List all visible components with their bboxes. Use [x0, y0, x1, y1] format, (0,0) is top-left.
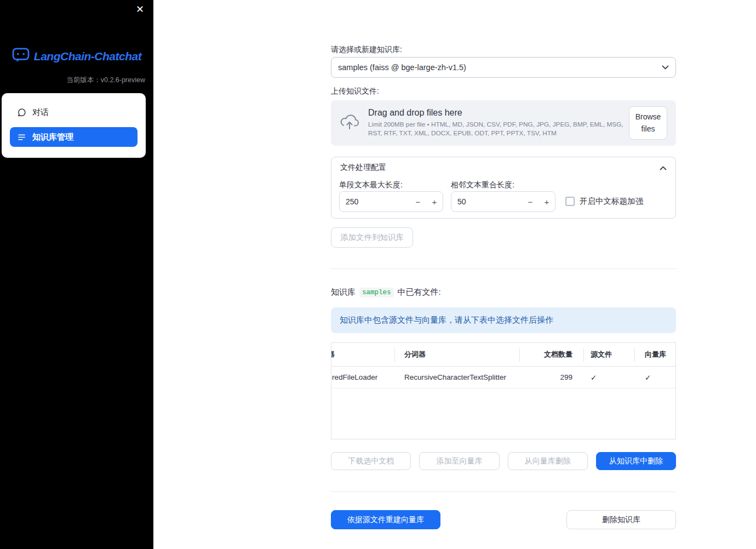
max-length-input[interactable]: 250 − + [339, 191, 443, 212]
info-banner: 知识库中包含源文件与向量库，请从下表中选择文件后操作 [331, 307, 676, 333]
minus-stepper-icon[interactable]: − [522, 197, 539, 207]
cell-source-check: ✓ [583, 367, 634, 388]
divider [331, 491, 676, 492]
overlap-value[interactable]: 50 [451, 197, 522, 206]
kb-select-value: samples (faiss @ bge-large-zh-v1.5) [338, 63, 466, 72]
existing-prefix: 知识库 [331, 287, 356, 298]
sidebar-item-label: 对话 [32, 107, 49, 118]
col-source-file: 源文件 [583, 343, 634, 366]
col-splitter: 分词器 [394, 343, 519, 366]
kb-select-label: 请选择或新建知识库: [331, 45, 402, 55]
cell-vector-check: ✓ [634, 367, 676, 388]
zh-title-enhance-checkbox[interactable] [565, 197, 575, 206]
overlap-label: 相邻文本重合长度: [451, 180, 514, 190]
chevron-down-icon [662, 65, 669, 70]
plus-stepper-icon[interactable]: + [539, 197, 555, 207]
add-files-to-kb-button[interactable]: 添加文件到知识库 [331, 227, 413, 248]
cell-splitter: RecursiveCharacterTextSplitter [394, 367, 519, 388]
zh-title-enhance-label: 开启中文标题加强 [580, 196, 643, 207]
uploader-texts: Drag and drop files here Limit 200MB per… [368, 108, 625, 138]
delete-from-kb-button[interactable]: 从知识库中删除 [596, 452, 676, 470]
cell-loader: redFileLoader [331, 367, 394, 388]
cell-doc-count: 299 [519, 367, 583, 388]
divider [331, 268, 676, 269]
file-actions: 下载选中文档 添加至向量库 从向量库删除 从知识库中删除 [331, 452, 676, 470]
plus-stepper-icon[interactable]: + [426, 197, 443, 207]
cloud-upload-icon [340, 115, 359, 132]
table-header: 器 分词器 文档数量 源文件 向量库 [331, 343, 675, 367]
remove-from-vector-store-button[interactable]: 从向量库删除 [508, 452, 588, 470]
browse-files-button[interactable]: Browse files [629, 106, 667, 140]
info-text: 知识库中包含源文件与向量库，请从下表中选择文件后操作 [340, 315, 553, 325]
files-table[interactable]: 器 分词器 文档数量 源文件 向量库 redFileLoader Recursi… [331, 342, 676, 439]
header-divider [583, 348, 584, 362]
sidebar-menu: 对话 知识库管理 [2, 93, 146, 158]
delete-kb-button[interactable]: 删除知识库 [566, 510, 676, 529]
logo-chat-icon [12, 48, 30, 65]
kb-actions: 依据源文件重建向量库 删除知识库 [331, 510, 676, 529]
file-config-expander: 文件处理配置 单段文本最大长度: 相邻文本重合长度: 250 − + 50 − … [331, 157, 676, 219]
header-divider [394, 348, 395, 362]
file-uploader-dropzone[interactable]: Drag and drop files here Limit 200MB per… [331, 100, 676, 146]
kb-name-code: samples [359, 288, 394, 298]
logo-text: LangChain-Chatchat [34, 50, 141, 63]
list-icon [17, 133, 26, 142]
chevron-up-icon [660, 163, 667, 172]
existing-files-heading: 知识库 samples 中已有文件: [331, 287, 441, 298]
uploader-subtitle: Limit 200MB per file • HTML, MD, JSON, C… [368, 121, 625, 138]
col-doc-count: 文档数量 [519, 343, 583, 366]
chat-icon [17, 108, 26, 117]
version-text: 当前版本：v0.2.6-preview [66, 76, 145, 85]
main-content: 请选择或新建知识库: samples (faiss @ bge-large-zh… [331, 0, 676, 549]
overlap-input[interactable]: 50 − + [451, 191, 555, 212]
rebuild-vector-store-button[interactable]: 依据源文件重建向量库 [331, 510, 440, 529]
expander-header[interactable]: 文件处理配置 [331, 157, 675, 178]
table-row[interactable]: redFileLoader RecursiveCharacterTextSpli… [331, 367, 675, 388]
minus-stepper-icon[interactable]: − [410, 197, 426, 207]
add-to-vector-store-button[interactable]: 添加至向量库 [419, 452, 499, 470]
header-divider [634, 348, 635, 362]
close-sidebar-icon[interactable]: ✕ [136, 4, 144, 15]
sidebar-item-dialogue[interactable]: 对话 [10, 102, 138, 122]
sidebar: ✕ LangChain-Chatchat 当前版本：v0.2.6-preview… [0, 0, 153, 549]
sidebar-item-label: 知识库管理 [32, 132, 73, 142]
sidebar-item-knowledge-base[interactable]: 知识库管理 [10, 127, 138, 147]
download-selected-button[interactable]: 下载选中文档 [331, 452, 411, 470]
col-loader: 器 [331, 343, 394, 366]
existing-suffix: 中已有文件: [398, 287, 441, 298]
zh-title-enhance-row: 开启中文标题加强 [565, 196, 643, 207]
header-divider [519, 348, 520, 362]
col-vector-store: 向量库 [634, 343, 676, 366]
uploader-title: Drag and drop files here [368, 108, 625, 118]
max-length-label: 单段文本最大长度: [339, 180, 403, 190]
kb-select[interactable]: samples (faiss @ bge-large-zh-v1.5) [331, 57, 676, 78]
uploader-label: 上传知识文件: [331, 87, 379, 96]
max-length-value[interactable]: 250 [340, 197, 410, 206]
expander-title: 文件处理配置 [340, 163, 386, 173]
app-logo: LangChain-Chatchat [0, 48, 153, 65]
